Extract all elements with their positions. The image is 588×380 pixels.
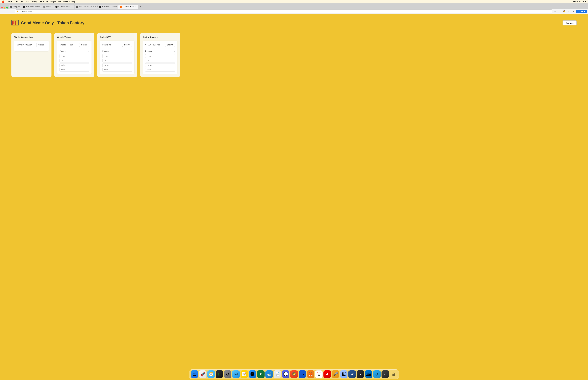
menu-help[interactable]: Help: [72, 1, 75, 3]
tab-favicon: [23, 6, 25, 8]
dock-finder[interactable]: 🗂: [191, 370, 198, 378]
docker-icon: 🐋: [267, 372, 272, 377]
stake-nft-submit-button[interactable]: Submit: [122, 43, 132, 47]
create-token-inner: Create Token Submit Params ∧: [57, 41, 92, 74]
tab-noir[interactable]: Noirconf/src/main.nr at main · ag...: [75, 5, 97, 9]
dock-iterm[interactable]: >_: [381, 370, 389, 378]
create-token-from-input[interactable]: [59, 54, 89, 58]
menu-view[interactable]: View: [25, 1, 29, 3]
menubar-right: Sat 16 Mar 21:49: [573, 1, 586, 3]
new-tab-button[interactable]: +: [138, 5, 142, 9]
stake-nft-to-input[interactable]: [102, 59, 132, 62]
dock-brave[interactable]: 🦁: [290, 370, 298, 378]
update-button[interactable]: Update ⬆: [576, 10, 587, 13]
tab-label: localhost:3000: [123, 6, 134, 8]
dock-notes[interactable]: 📝: [241, 370, 248, 378]
menu-bookmarks[interactable]: Bookmarks: [39, 1, 48, 3]
discord-icon: 💬: [283, 372, 288, 377]
claim-rewards-from-input[interactable]: [145, 54, 175, 58]
stake-nft-value-input[interactable]: [102, 63, 132, 67]
dock-telegram[interactable]: ✈: [373, 370, 381, 378]
create-token-params-toggle[interactable]: Params ∧: [59, 49, 89, 53]
tab-ethglobal-3[interactable]: ETHGlobal London: [98, 5, 118, 9]
dock-vscode[interactable]: ⌨: [365, 370, 372, 378]
menu-people[interactable]: People: [50, 1, 56, 3]
stake-nft-label: Stake NFT: [102, 44, 113, 46]
stake-nft-params-toggle[interactable]: Params ∧: [102, 49, 132, 53]
dock-discord[interactable]: 💬: [282, 370, 289, 378]
dock-bitwarden[interactable]: 🛡: [299, 370, 306, 378]
trash-icon: 🗑: [392, 372, 396, 377]
sidebar-icon[interactable]: ⊟: [572, 10, 575, 13]
dock-launchpad[interactable]: 🚀: [199, 370, 207, 378]
dock-acrobat[interactable]: A: [323, 370, 331, 378]
claim-rewards-submit-button[interactable]: Submit: [165, 43, 175, 47]
dock-trash[interactable]: 🗑: [390, 370, 397, 378]
menu-edit[interactable]: Edit: [20, 1, 23, 3]
tab-label: Uniqly.io: [13, 6, 19, 8]
dock-preview[interactable]: 🖼: [340, 370, 347, 378]
tab-ethglobal-2[interactable]: ETHGlobal London: [54, 5, 74, 9]
connect-wallet-button[interactable]: Connect: [563, 20, 577, 25]
stake-nft-from-input[interactable]: [102, 54, 132, 58]
create-token-submit-button[interactable]: Submit: [79, 43, 89, 47]
wallet-connection-heading: Wallet Connection: [14, 36, 49, 38]
claim-rewards-to-input[interactable]: [145, 59, 175, 62]
dock-terminal[interactable]: $_: [216, 370, 223, 378]
create-token-heading: Create Token: [57, 36, 92, 38]
macos-menubar: 🍎 Brave File Edit View History Bookmarks…: [0, 0, 588, 3]
tab-bar: Uniqly.io ETHGlobal London ✏ Metal ETHGl…: [0, 3, 588, 9]
dock-docker[interactable]: 🐋: [266, 370, 273, 378]
back-button[interactable]: ‹: [1, 10, 5, 13]
reload-button[interactable]: ↻: [11, 10, 14, 13]
address-text: localhost:3000: [19, 10, 32, 12]
tab-localhost[interactable]: localhost:3000 ✕: [118, 5, 138, 9]
tab-close-icon[interactable]: ✕: [135, 6, 136, 8]
dock-appstore[interactable]: 🅐: [249, 370, 256, 378]
claim-rewards-heading: Claim Rewards: [143, 36, 177, 38]
cards-section: Wallet Connection Connect Wallet Submit …: [3, 29, 585, 81]
tab-ethglobal-1[interactable]: ETHGlobal London: [21, 5, 42, 9]
maximize-window-button[interactable]: [6, 7, 8, 9]
tab-favicon: [56, 6, 57, 8]
iterm-icon: >_: [384, 373, 386, 375]
claim-rewards-params-section: Params ∧: [145, 49, 175, 72]
tab-metal[interactable]: ✏ Metal: [42, 5, 54, 9]
dock-safari[interactable]: 🧭: [207, 370, 215, 378]
dock-calculator[interactable]: =: [357, 370, 364, 378]
shield-icon[interactable]: 🛡: [558, 10, 561, 13]
menu-history[interactable]: History: [31, 1, 37, 3]
stake-nft-params-section: Params ∧: [102, 49, 132, 72]
wallet-submit-button[interactable]: Submit: [36, 43, 46, 47]
bookmark-icon[interactable]: ☆: [553, 10, 557, 13]
menu-tab[interactable]: Tab: [58, 1, 61, 3]
claim-rewards-data-input[interactable]: [145, 68, 175, 72]
tab-label: ✏ Metal: [46, 6, 52, 8]
dock-keynote[interactable]: 🎤: [332, 370, 339, 378]
app-logo-title: Good Meme Only - Token Factory: [11, 20, 84, 26]
dock-settings[interactable]: ⚙: [224, 370, 231, 378]
dock-metamask[interactable]: 🦊: [307, 370, 314, 378]
app-name-menu[interactable]: Brave: [7, 1, 12, 3]
create-token-value-input[interactable]: [59, 63, 89, 67]
claim-rewards-value-input[interactable]: [145, 63, 175, 67]
share-icon[interactable]: ⬆: [567, 10, 570, 13]
minimize-window-button[interactable]: [4, 7, 5, 9]
brave-shield-icon[interactable]: 🦁: [563, 10, 566, 13]
dock-word[interactable]: W: [348, 370, 356, 378]
menu-window[interactable]: Window: [63, 1, 69, 3]
claim-rewards-params-toggle[interactable]: Params ∧: [145, 49, 175, 53]
dock-excel[interactable]: X: [257, 370, 265, 378]
menu-file[interactable]: File: [15, 1, 18, 3]
tab-uniqly[interactable]: Uniqly.io: [9, 5, 21, 9]
create-token-to-input[interactable]: [59, 59, 89, 62]
create-token-data-input[interactable]: [59, 68, 89, 72]
dock-calendar[interactable]: MAR 16: [315, 370, 322, 378]
close-window-button[interactable]: [1, 7, 3, 9]
dock-mail[interactable]: ✉: [232, 370, 240, 378]
stake-nft-data-input[interactable]: [102, 68, 132, 72]
address-bar[interactable]: 🔒 localhost:3000: [15, 9, 552, 13]
dock-notepad[interactable]: 📄: [274, 370, 281, 378]
apple-menu[interactable]: 🍎: [2, 0, 4, 3]
forward-button[interactable]: ›: [6, 10, 9, 13]
